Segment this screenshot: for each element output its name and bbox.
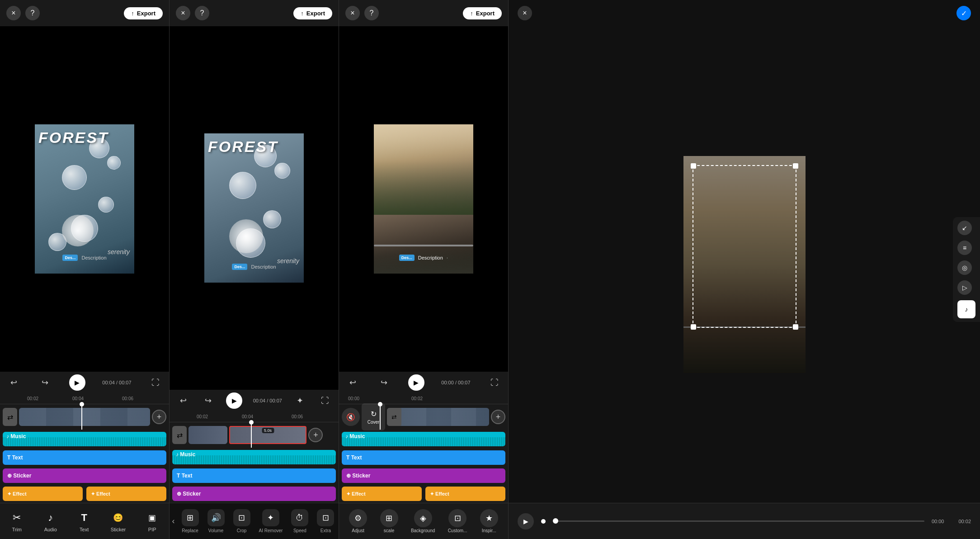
track-time-badge: 5.0s — [262, 428, 274, 433]
panel3-text-track: T Text — [339, 449, 508, 467]
playhead-2 — [251, 422, 252, 448]
inspire-tool[interactable]: ★ Inspir... — [477, 507, 501, 535]
fullscreen-btn-3[interactable]: ⛶ — [487, 375, 502, 390]
text-track-bar-1[interactable]: T Text — [3, 450, 166, 465]
volume-icon: 🔊 — [207, 509, 225, 526]
ai-remover-tool[interactable]: ✦ AI Remover — [255, 507, 287, 535]
sparkle-btn-2[interactable]: ✦ — [292, 393, 307, 408]
close-button-2[interactable]: × — [176, 6, 190, 20]
side-tool-3[interactable]: ◎ — [957, 260, 972, 275]
sticker-track-bar-1[interactable]: ⊕ Sticker — [3, 468, 166, 483]
close-button-4[interactable]: × — [518, 6, 532, 20]
play-btn-2[interactable]: ▶ — [226, 392, 242, 409]
background-tool[interactable]: ◈ Background — [408, 507, 438, 535]
sticker-icon-1: 😊 — [111, 511, 125, 525]
confirm-button-4[interactable]: ✓ — [956, 6, 971, 20]
progress-dot — [553, 518, 558, 524]
crop-handle-br[interactable] — [793, 324, 798, 330]
redo-btn-2[interactable]: ↪ — [201, 393, 216, 408]
video-thumb-3: ⇄ — [387, 408, 401, 426]
mute-btn-3[interactable]: 🔇 — [342, 408, 360, 426]
side-tool-1[interactable]: ↙ — [957, 221, 972, 235]
effect-track-bar-3b[interactable]: ✦ Effect — [425, 487, 505, 501]
crop-frame — [683, 156, 806, 373]
help-button-3[interactable]: ? — [364, 6, 379, 20]
speed-tool[interactable]: ⏱ Speed — [287, 507, 312, 535]
effect-track-bar-3a[interactable]: ✦ Effect — [342, 487, 422, 501]
panel1-topbar: × ? ↑ Export — [0, 0, 169, 26]
undo-btn-1[interactable]: ↩ — [6, 375, 21, 390]
scale-tool[interactable]: ⊞ scale — [377, 507, 401, 535]
redo-btn-3[interactable]: ↪ — [377, 375, 391, 390]
text-track-bar-3[interactable]: T Text — [342, 450, 505, 465]
fullscreen-btn-2[interactable]: ⛶ — [318, 393, 332, 408]
music-track-bar-3[interactable]: ♪ Music — [342, 432, 505, 446]
timestamp-1: 00:04 / 00:07 — [102, 380, 131, 385]
close-button-3[interactable]: × — [345, 6, 360, 20]
text-track-bar-2[interactable]: T Text — [172, 468, 336, 483]
panel1-music-track: ♪ Music — [0, 430, 169, 449]
sticker-track-bar-3[interactable]: ⊕ Sticker — [342, 468, 505, 483]
p2-time-00-06: 00:06 — [292, 414, 303, 419]
video-title-1: FOREST — [38, 130, 109, 145]
export-button-3[interactable]: ↑ Export — [463, 7, 502, 19]
play-btn-1[interactable]: ▶ — [69, 374, 85, 391]
video-track-clip-1[interactable] — [19, 408, 150, 426]
undo-btn-3[interactable]: ↩ — [345, 375, 360, 390]
text-tool-1[interactable]: T Text — [72, 508, 96, 535]
text-icon-1: T — [77, 511, 91, 525]
crop-handle-tr[interactable] — [793, 163, 798, 169]
panel4-progress[interactable] — [553, 520, 924, 522]
help-button-2[interactable]: ? — [195, 6, 209, 20]
export-button-2[interactable]: ↑ Export — [293, 7, 332, 19]
timeline-indicator-dot — [541, 519, 546, 524]
audio-tool-1[interactable]: ♪ Audio — [39, 508, 62, 535]
music-track-bar-1[interactable]: ♪ Music — [3, 432, 166, 446]
crop-tool-2[interactable]: ⊡ Crop — [230, 507, 254, 535]
panel3-video-track[interactable]: 🔇 ↻ Cover ⇄ + — [339, 404, 508, 430]
replace-tool[interactable]: ⊞ Replace — [178, 507, 203, 535]
panel-2: × ? ↑ Export FOREST — [170, 0, 339, 539]
crop-selection[interactable] — [693, 165, 796, 328]
crop-handle-tl[interactable] — [691, 163, 696, 169]
extra-tool[interactable]: ⊡ Extra — [313, 507, 338, 535]
add-clip-btn-3[interactable]: + — [491, 410, 505, 424]
video-thumbnail-1: ⇄ — [3, 408, 17, 426]
side-tool-2[interactable]: ≡ — [957, 241, 972, 255]
p2-unselected-clip[interactable] — [188, 426, 227, 444]
cover-btn[interactable]: ↻ Cover — [362, 403, 385, 430]
help-button-1[interactable]: ? — [25, 6, 40, 20]
trim-tool-1[interactable]: ✂ Trim — [5, 508, 28, 535]
play-btn-3[interactable]: ▶ — [408, 374, 424, 391]
panel1-video-track[interactable]: ⇄ + — [0, 404, 169, 430]
sticker-tool-1[interactable]: 😊 Sticker — [106, 508, 131, 535]
adjust-tool[interactable]: ⚙ Adjust — [346, 507, 370, 535]
chevron-left-btn[interactable]: ‹ — [170, 515, 177, 528]
crop-handle-bl[interactable] — [691, 324, 696, 330]
tiktok-btn[interactable]: ♪ — [957, 300, 975, 318]
close-button-1[interactable]: × — [6, 6, 21, 20]
add-clip-btn-2[interactable]: + — [308, 428, 323, 442]
effect-track-bar-1a[interactable]: ✦ Effect — [3, 487, 83, 501]
music-track-bar-2[interactable]: ♪ Music — [172, 450, 336, 464]
effect-track-bar-1b[interactable]: ✦ Effect — [86, 487, 166, 501]
export-button-1[interactable]: ↑ Export — [124, 7, 163, 19]
panel4-timestamp-end: 00:02 — [958, 519, 971, 524]
panel2-video-track[interactable]: ⇄ 5.0s + — [170, 422, 339, 448]
custom-tool[interactable]: ⊡ Custom... — [445, 507, 470, 535]
video-track-content-3 — [401, 408, 489, 426]
p2-selected-clip[interactable]: 5.0s — [229, 426, 307, 444]
pip-tool-1[interactable]: ▣ PIP — [141, 508, 164, 535]
fullscreen-btn-1[interactable]: ⛶ — [148, 375, 163, 390]
panel4-crop-preview — [509, 26, 980, 503]
panel2-controls: ↩ ↪ ▶ 00:04 / 00:07 ✦ ⛶ — [170, 390, 339, 411]
undo-btn-2[interactable]: ↩ — [176, 393, 190, 408]
panel3-subtitle: Des... Description · — [374, 255, 473, 261]
redo-btn-1[interactable]: ↪ — [38, 375, 52, 390]
add-clip-btn-1[interactable]: + — [152, 410, 166, 424]
video-track-clip-3[interactable]: ⇄ — [387, 408, 489, 426]
play-btn-4[interactable]: ▶ — [518, 513, 534, 530]
side-tool-4[interactable]: ▷ — [957, 280, 972, 295]
volume-tool[interactable]: 🔊 Volume — [204, 507, 228, 535]
sticker-track-bar-2[interactable]: ⊕ Sticker — [172, 487, 336, 501]
